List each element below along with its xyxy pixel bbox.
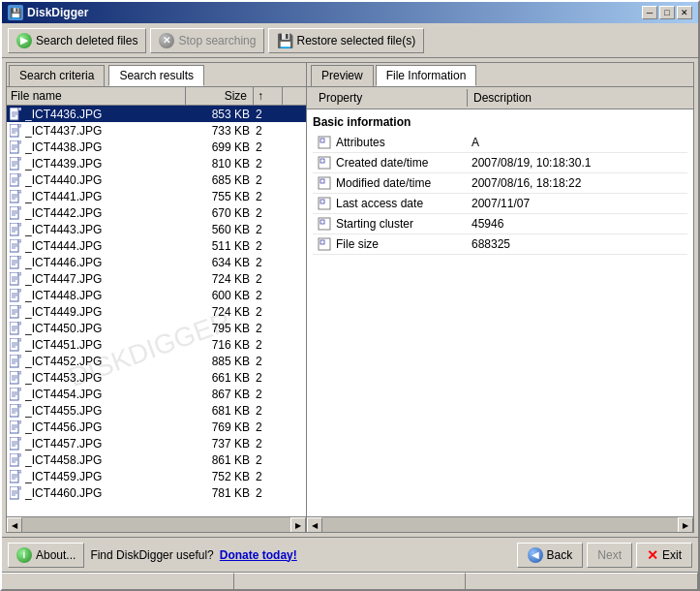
file-list[interactable]: _ICT4436.JPG 853 KB 2 _ICT4437.JPG 733 K… xyxy=(7,106,306,516)
svg-rect-78 xyxy=(10,322,18,334)
svg-rect-128 xyxy=(18,453,21,456)
property-column-header: Property xyxy=(313,89,468,107)
back-icon: ◀ xyxy=(528,547,543,563)
scroll-track[interactable] xyxy=(22,517,290,532)
tab-search-criteria[interactable]: Search criteria xyxy=(9,65,105,86)
file-name: _ICT4438.JPG xyxy=(25,140,188,154)
file-row[interactable]: _ICT4444.JPG 511 KB 2 xyxy=(7,237,306,254)
next-button[interactable]: Next xyxy=(587,543,632,568)
file-name: _ICT4454.JPG xyxy=(25,388,188,401)
file-extra: 2 xyxy=(256,289,262,302)
search-deleted-button[interactable]: ▶ Search deleted files xyxy=(8,28,146,53)
scroll-left-arrow[interactable]: ◀ xyxy=(7,517,22,533)
tab-search-results[interactable]: Search results xyxy=(108,65,204,86)
file-row[interactable]: _ICT4440.JPG 685 KB 2 xyxy=(7,171,306,188)
file-doc-icon xyxy=(9,420,22,434)
svg-rect-12 xyxy=(10,140,18,153)
file-row[interactable]: _ICT4446.JPG 634 KB 2 xyxy=(7,254,306,270)
property-icon xyxy=(317,155,332,171)
file-doc-icon xyxy=(9,305,22,319)
column-header-name[interactable]: File name xyxy=(7,87,186,105)
file-row[interactable]: _ICT4454.JPG 867 KB 2 xyxy=(7,386,306,402)
property-value: 45946 xyxy=(472,217,503,231)
minimize-button[interactable]: ─ xyxy=(642,6,657,19)
file-row[interactable]: _ICT4451.JPG 716 KB 2 xyxy=(7,336,306,353)
right-panel-header: Property Description xyxy=(307,87,693,109)
footer: i About... Find DiskDigger useful? Donat… xyxy=(2,537,698,572)
file-doc-icon xyxy=(9,470,22,483)
svg-rect-108 xyxy=(10,404,18,417)
file-row[interactable]: _ICT4438.JPG 699 KB 2 xyxy=(7,139,306,155)
info-row: Created date/time 2007/08/19, 10:18:30.1 xyxy=(313,153,687,173)
file-row[interactable]: _ICT4437.JPG 733 KB 2 xyxy=(7,122,306,139)
file-extra: 2 xyxy=(256,404,262,418)
about-button[interactable]: i About... xyxy=(8,543,84,568)
right-scroll-right-arrow[interactable]: ▶ xyxy=(678,517,693,532)
close-button[interactable]: ✕ xyxy=(677,6,692,19)
file-size: 661 KB xyxy=(188,371,256,385)
svg-rect-84 xyxy=(10,338,18,351)
file-extra: 2 xyxy=(256,420,262,434)
property-value: 688325 xyxy=(472,237,510,251)
file-name: _ICT4448.JPG xyxy=(25,289,188,302)
svg-rect-110 xyxy=(18,404,21,407)
file-name: _ICT4447.JPG xyxy=(25,272,188,286)
file-row[interactable]: _ICT4436.JPG 853 KB 2 xyxy=(7,106,306,122)
maximize-button[interactable]: □ xyxy=(659,6,675,19)
tab-preview[interactable]: Preview xyxy=(311,65,374,86)
scroll-right-arrow[interactable]: ▶ xyxy=(290,517,306,533)
file-row[interactable]: _ICT4457.JPG 737 KB 2 xyxy=(7,435,306,451)
file-row[interactable]: _ICT4450.JPG 795 KB 2 xyxy=(7,320,306,336)
exit-button[interactable]: ✕ Exit xyxy=(636,543,692,568)
column-header-size[interactable]: Size xyxy=(186,87,254,105)
left-horizontal-scrollbar[interactable]: ◀ ▶ xyxy=(7,516,306,532)
file-extra: 2 xyxy=(256,272,262,286)
property-value: 2007/08/16, 18:18:22 xyxy=(472,176,581,190)
svg-rect-60 xyxy=(10,272,18,285)
file-row[interactable]: _ICT4443.JPG 560 KB 2 xyxy=(7,221,306,237)
svg-rect-62 xyxy=(18,272,21,275)
file-size: 511 KB xyxy=(188,239,256,253)
right-scroll-track[interactable] xyxy=(322,517,678,532)
restore-files-button[interactable]: 💾 Restore selected file(s) xyxy=(268,28,424,53)
file-row[interactable]: _ICT4456.JPG 769 KB 2 xyxy=(7,419,306,435)
file-name: _ICT4452.JPG xyxy=(25,355,188,368)
svg-rect-30 xyxy=(10,190,18,202)
file-row[interactable]: _ICT4447.JPG 724 KB 2 xyxy=(7,270,306,287)
back-button[interactable]: ◀ Back xyxy=(517,543,584,568)
file-doc-icon xyxy=(9,404,22,418)
file-row[interactable]: _ICT4460.JPG 781 KB 2 xyxy=(7,484,306,501)
file-extra: 2 xyxy=(256,223,262,236)
window-title: DiskDigger xyxy=(27,6,88,19)
file-doc-icon xyxy=(9,355,22,368)
right-horizontal-scrollbar[interactable]: ◀ ▶ xyxy=(307,516,693,532)
file-row[interactable]: _ICT4452.JPG 885 KB 2 xyxy=(7,353,306,369)
file-row[interactable]: _ICT4455.JPG 681 KB 2 xyxy=(7,402,306,419)
file-row[interactable]: _ICT4448.JPG 600 KB 2 xyxy=(7,287,306,303)
split-pane: Search criteria Search results File name… xyxy=(6,62,694,533)
file-doc-icon xyxy=(9,256,22,269)
file-row[interactable]: _ICT4453.JPG 661 KB 2 xyxy=(7,369,306,386)
tab-file-information[interactable]: File Information xyxy=(376,65,477,86)
file-row[interactable]: _ICT4458.JPG 861 KB 2 xyxy=(7,451,306,468)
donate-link[interactable]: Donate today! xyxy=(220,548,297,562)
column-header-extra[interactable]: ↑ xyxy=(254,87,283,105)
property-label: Created date/time xyxy=(336,156,472,170)
file-row[interactable]: _ICT4449.JPG 724 KB 2 xyxy=(7,303,306,320)
svg-rect-18 xyxy=(10,157,18,170)
right-scroll-left-arrow[interactable]: ◀ xyxy=(307,517,322,532)
left-pane: Search criteria Search results File name… xyxy=(7,63,307,532)
file-row[interactable]: _ICT4441.JPG 755 KB 2 xyxy=(7,188,306,204)
file-row[interactable]: _ICT4459.JPG 752 KB 2 xyxy=(7,468,306,484)
file-size: 724 KB xyxy=(188,305,256,319)
window-controls: ─ □ ✕ xyxy=(642,6,692,19)
property-label: Modified date/time xyxy=(336,176,472,190)
right-pane: Preview File Information Property Descri… xyxy=(307,63,693,532)
file-row[interactable]: _ICT4439.JPG 810 KB 2 xyxy=(7,155,306,171)
svg-rect-38 xyxy=(18,206,21,209)
svg-rect-42 xyxy=(10,223,18,235)
file-row[interactable]: _ICT4442.JPG 670 KB 2 xyxy=(7,204,306,221)
stop-searching-button[interactable]: ✕ Stop searching xyxy=(150,28,264,53)
file-extra: 2 xyxy=(256,206,262,220)
svg-rect-122 xyxy=(18,437,21,440)
